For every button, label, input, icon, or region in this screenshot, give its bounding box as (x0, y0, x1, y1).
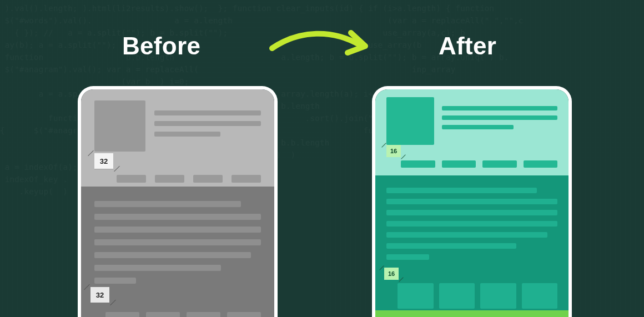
meta-line (154, 121, 261, 126)
body-line (386, 199, 557, 204)
arrow-icon (266, 25, 372, 64)
before-hero: 32 (81, 89, 274, 187)
before-title: Before (122, 32, 200, 60)
avatar-placeholder (386, 97, 434, 145)
pill (524, 160, 558, 168)
pill (193, 175, 223, 183)
card-placeholder (105, 312, 139, 317)
after-mockup: 16 16 (372, 86, 572, 317)
spacing-badge-body: 16 (384, 268, 399, 280)
body-line (94, 278, 136, 284)
card-row (105, 312, 261, 317)
body-line (386, 188, 537, 193)
meta-line (442, 106, 557, 110)
card-placeholder (480, 283, 516, 309)
card-placeholder (146, 312, 180, 317)
meta-line (442, 125, 514, 129)
comparison-stage: Before After 32 (0, 0, 644, 317)
after-body: 16 (375, 175, 568, 317)
before-mockup: 32 (78, 86, 278, 317)
meta-line (442, 115, 557, 120)
pill (117, 175, 146, 183)
pill (401, 160, 435, 168)
body-line (94, 239, 261, 245)
pill (232, 175, 261, 183)
pill (442, 160, 476, 168)
card-placeholder (439, 283, 475, 309)
card-placeholder (522, 283, 558, 309)
card-placeholder (398, 283, 434, 309)
body-line (94, 265, 221, 271)
spacing-badge-body: 32 (90, 287, 109, 303)
card-row (398, 283, 557, 309)
body-line (386, 210, 557, 215)
spacing-badge-hero: 32 (94, 153, 113, 169)
after-footer-strip (375, 310, 568, 317)
meta-lines (154, 110, 261, 142)
card-placeholder (227, 312, 261, 317)
meta-line (154, 132, 220, 137)
body-line (386, 232, 547, 238)
body-line (94, 252, 251, 258)
body-line (94, 201, 241, 207)
pill (482, 160, 517, 168)
pill-row (117, 175, 261, 183)
body-line (386, 221, 557, 227)
card-placeholder (187, 312, 220, 317)
pill-row (401, 160, 557, 168)
after-hero: 16 (375, 89, 568, 175)
body-line (94, 227, 261, 233)
body-line (386, 243, 516, 249)
avatar-placeholder (94, 100, 145, 152)
body-line (386, 254, 429, 260)
meta-lines (442, 106, 557, 134)
after-title: After (439, 32, 496, 60)
pill (155, 175, 184, 183)
spacing-badge-hero: 16 (386, 145, 401, 157)
body-line (94, 214, 261, 220)
meta-line (154, 110, 261, 115)
before-body (81, 187, 274, 317)
